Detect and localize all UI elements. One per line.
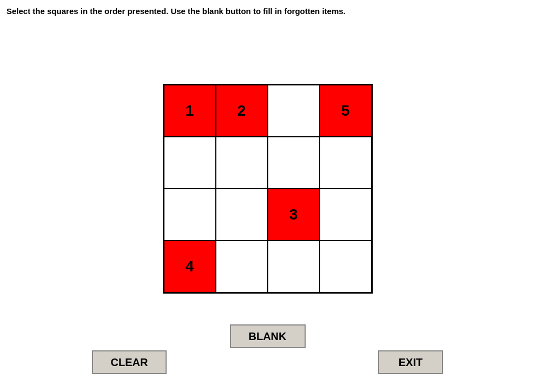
grid-cell[interactable] [268,137,320,189]
grid-cell[interactable]: 3 [268,189,320,241]
grid-cell[interactable] [268,85,320,137]
grid-cell[interactable] [320,189,372,241]
blank-button[interactable]: BLANK [230,324,306,348]
grid-cell[interactable] [268,241,320,293]
grid-cell[interactable] [164,189,216,241]
grid-container: 12534 [163,84,373,294]
grid-cell[interactable] [216,241,268,293]
grid-cell[interactable] [320,137,372,189]
grid-cell[interactable]: 4 [164,241,216,293]
grid-cell[interactable] [216,189,268,241]
grid: 12534 [163,84,373,294]
grid-cell[interactable] [216,137,268,189]
instruction-text: Select the squares in the order presente… [0,0,535,22]
grid-cell[interactable] [164,137,216,189]
exit-button[interactable]: EXIT [378,350,443,374]
grid-cell[interactable]: 2 [216,85,268,137]
grid-cell[interactable]: 1 [164,85,216,137]
grid-cell[interactable]: 5 [320,85,372,137]
clear-button[interactable]: CLEAR [92,350,167,374]
grid-cell[interactable] [320,241,372,293]
